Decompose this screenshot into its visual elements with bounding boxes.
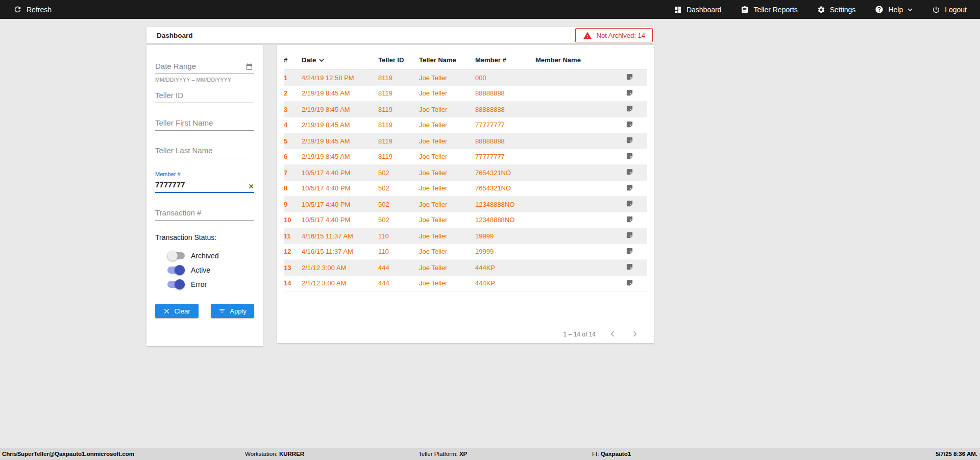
table-row[interactable]: 114/16/15 11:37 AM110Joe Teller19999 — [284, 228, 647, 244]
nav-help[interactable]: Help — [874, 3, 914, 16]
cell-num: 7 — [284, 165, 302, 181]
note-icon[interactable] — [626, 168, 633, 176]
nav-dashboard-label: Dashboard — [687, 6, 722, 14]
cell-date: 4/16/15 11:37 AM — [302, 244, 378, 260]
table-row[interactable]: 22/19/19 8:45 AM8119Joe Teller88888888 — [284, 86, 647, 102]
table-row[interactable]: 42/19/19 8:45 AM8119Joe Teller77777777 — [284, 117, 647, 133]
col-teller-id: Teller ID — [378, 52, 419, 70]
toggle-list: ArchivedActiveError — [155, 249, 254, 292]
cell-teller-name: Joe Teller — [419, 149, 475, 165]
col-num: # — [284, 52, 302, 70]
cell-member-name — [535, 86, 620, 102]
cell-teller-id: 8119 — [378, 102, 419, 117]
nav-help-label: Help — [888, 6, 903, 14]
teller-first-name-input[interactable] — [155, 116, 254, 131]
cell-member-number: 7654321NO — [475, 181, 535, 197]
cell-num: 3 — [284, 102, 302, 117]
transaction-status-label: Transaction Status: — [155, 233, 254, 241]
nav-teller-reports[interactable]: Teller Reports — [740, 4, 798, 16]
financial-institution: FI: Qaxpauto1 — [592, 448, 631, 460]
calendar-icon[interactable] — [246, 63, 253, 70]
nav-settings[interactable]: Settings — [816, 4, 857, 16]
cell-teller-id: 444 — [378, 276, 419, 292]
cell-num: 11 — [284, 228, 302, 244]
note-icon[interactable] — [626, 73, 633, 81]
next-page-button[interactable] — [629, 328, 641, 341]
table-row[interactable]: 32/19/19 8:45 AM8119Joe Teller88888888 — [284, 102, 647, 117]
date-range-input[interactable] — [155, 59, 254, 74]
cell-date: 2/19/19 8:45 AM — [302, 86, 378, 102]
refresh-button[interactable]: Refresh — [12, 3, 53, 16]
toggle-active[interactable] — [167, 265, 185, 275]
cell-date: 10/5/17 4:40 PM — [302, 165, 378, 181]
note-icon[interactable] — [626, 120, 633, 128]
cell-date: 10/5/17 4:40 PM — [302, 197, 378, 212]
nav-logout[interactable]: Logout — [931, 4, 968, 16]
member-number-input[interactable] — [155, 178, 254, 193]
cell-member-name — [535, 165, 620, 181]
cell-teller-id: 110 — [378, 228, 419, 244]
cell-teller-id: 444 — [378, 260, 419, 276]
refresh-label: Refresh — [27, 6, 52, 14]
teller-id-input[interactable] — [155, 88, 254, 103]
cell-teller-id: 502 — [378, 181, 419, 197]
cell-member-number: 19999 — [475, 228, 535, 244]
cell-note — [620, 197, 647, 212]
table-row[interactable]: 52/19/19 8:45 AM8119Joe Teller88888888 — [284, 133, 647, 149]
note-icon[interactable] — [626, 231, 633, 239]
note-icon[interactable] — [626, 136, 633, 144]
table-row[interactable]: 124/16/15 11:37 AM110Joe Teller19999 — [284, 244, 647, 260]
cell-num: 8 — [284, 181, 302, 197]
cell-num: 6 — [284, 149, 302, 165]
filter-panel: MM/DD/YYYY – MM/DD/YYYY Member # ✕ Trans… — [146, 45, 263, 346]
toggle-row: Error — [167, 277, 254, 292]
transaction-number-input[interactable] — [155, 206, 254, 221]
dashboard-icon — [674, 6, 682, 14]
toggle-archived[interactable] — [167, 251, 185, 261]
note-icon[interactable] — [626, 105, 633, 112]
clear-button[interactable]: Clear — [155, 304, 199, 318]
table-row[interactable]: 62/19/19 8:45 AM8119Joe Teller77777777 — [284, 149, 647, 165]
col-actions — [620, 52, 647, 70]
cell-date: 2/19/19 8:45 AM — [302, 149, 378, 165]
cell-teller-name: Joe Teller — [419, 165, 475, 181]
table-row[interactable]: 710/5/17 4:40 PM502Joe Teller7654321NO — [284, 165, 647, 181]
teller-platform: Teller Platform: XP — [419, 448, 467, 460]
previous-page-button[interactable] — [607, 328, 618, 341]
note-icon[interactable] — [626, 215, 633, 223]
teller-last-name-input[interactable] — [155, 143, 254, 158]
table-row[interactable]: 142/1/12 3:00 AM444Joe Teller444KP — [284, 276, 647, 292]
table-row[interactable]: 1010/5/17 4:40 PM502Joe Teller12348888NO — [284, 212, 647, 228]
table-row[interactable]: 14/24/19 12:58 PM8119Joe Teller000 — [284, 70, 647, 86]
cell-member-number: 88888888 — [475, 102, 535, 117]
date-range-helper: MM/DD/YYYY – MM/DD/YYYY — [155, 77, 254, 83]
note-icon[interactable] — [626, 279, 633, 286]
cell-date: 10/5/17 4:40 PM — [302, 212, 378, 228]
cell-member-name — [535, 260, 620, 276]
nav-dashboard[interactable]: Dashboard — [673, 4, 723, 16]
cell-member-number: 12348888NO — [475, 212, 535, 228]
table-row[interactable]: 810/5/17 4:40 PM502Joe Teller7654321NO — [284, 181, 647, 197]
cell-num: 9 — [284, 197, 302, 212]
note-icon[interactable] — [626, 184, 633, 191]
note-icon[interactable] — [626, 89, 633, 96]
note-icon[interactable] — [626, 247, 633, 255]
cell-note — [620, 244, 647, 260]
note-icon[interactable] — [626, 152, 633, 160]
table-row[interactable]: 910/5/17 4:40 PM502Joe Teller12348888NO — [284, 197, 647, 212]
cell-member-name — [535, 212, 620, 228]
topbar-nav: Dashboard Teller Reports Settings Help L… — [673, 3, 968, 16]
toggle-error[interactable] — [167, 279, 185, 289]
not-archived-badge[interactable]: Not Archived: 14 — [575, 28, 653, 42]
cell-teller-id: 502 — [378, 197, 419, 212]
main-content: Dashboard Not Archived: 14 MM/DD/YYYY – … — [146, 27, 654, 346]
clear-member-icon[interactable]: ✕ — [248, 183, 254, 190]
note-icon[interactable] — [626, 263, 633, 271]
note-icon[interactable] — [626, 200, 633, 207]
cell-note — [620, 165, 647, 181]
col-date[interactable]: Date — [302, 52, 378, 70]
apply-button[interactable]: Apply — [211, 304, 254, 318]
table-row[interactable]: 132/1/12 3:00 AM444Joe Teller444KP — [284, 260, 647, 276]
cell-member-name — [535, 70, 620, 86]
cell-member-number: 7654321NO — [475, 165, 535, 181]
